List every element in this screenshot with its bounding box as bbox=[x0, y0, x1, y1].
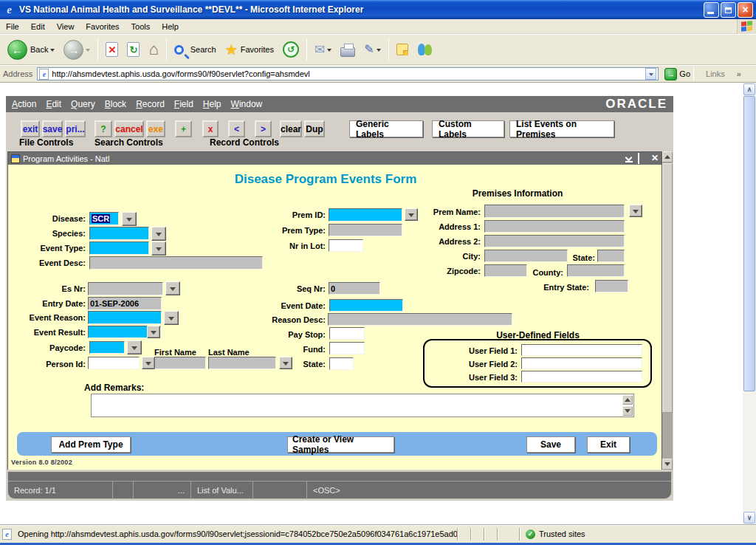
restore-button[interactable] bbox=[721, 2, 736, 18]
event-type-field[interactable] bbox=[89, 241, 149, 255]
oracle-menu-edit[interactable]: Edit bbox=[46, 99, 61, 109]
exit-button[interactable]: Exit bbox=[587, 436, 630, 453]
user-field1-input[interactable] bbox=[521, 344, 642, 356]
scroll-up-button[interactable]: ∧ bbox=[743, 83, 755, 95]
mail-button[interactable]: ✉ bbox=[312, 37, 334, 62]
close-button[interactable]: × bbox=[738, 2, 753, 18]
links-chevron-icon[interactable]: » bbox=[737, 69, 741, 78]
edit-dropdown-icon[interactable] bbox=[377, 49, 381, 54]
back-dropdown-icon[interactable] bbox=[50, 49, 55, 54]
applet-scrollbar-thumb[interactable] bbox=[662, 163, 673, 413]
duplicate-button[interactable]: Dup bbox=[304, 120, 325, 137]
mail-dropdown-icon[interactable] bbox=[327, 49, 331, 54]
person-id-dropdown-button[interactable] bbox=[142, 357, 155, 369]
seq-nr-field[interactable]: 0 bbox=[329, 282, 380, 295]
save-toolbar-button[interactable]: save bbox=[42, 120, 63, 137]
reason-desc-field[interactable] bbox=[328, 313, 512, 326]
state-field[interactable] bbox=[329, 357, 354, 370]
list-events-button[interactable]: List Events on Premises bbox=[509, 120, 614, 137]
delete-record-button[interactable]: x bbox=[202, 120, 219, 137]
city-field[interactable] bbox=[484, 250, 568, 262]
prem-name-dropdown-button[interactable] bbox=[629, 205, 642, 217]
mdi-close-icon[interactable]: ✕ bbox=[651, 154, 659, 162]
disease-dropdown-button[interactable] bbox=[122, 212, 137, 226]
cancel-query-button[interactable]: cancel bbox=[114, 120, 144, 137]
previous-record-button[interactable]: < bbox=[228, 120, 245, 137]
event-date-field[interactable] bbox=[329, 299, 403, 312]
next-record-button[interactable]: > bbox=[255, 120, 272, 137]
address2-field[interactable] bbox=[484, 235, 625, 247]
print-button[interactable] bbox=[338, 37, 357, 62]
event-desc-field[interactable] bbox=[89, 256, 263, 270]
oracle-menu-record[interactable]: Record bbox=[136, 99, 165, 109]
history-button[interactable]: ↺ bbox=[281, 37, 301, 62]
applet-scroll-down-button[interactable] bbox=[662, 459, 673, 470]
add-prem-type-button[interactable]: Add Prem Type bbox=[51, 436, 131, 453]
nr-in-lot-field[interactable] bbox=[329, 239, 363, 252]
event-reason-field[interactable] bbox=[88, 311, 162, 324]
premises-state-field[interactable] bbox=[597, 250, 625, 262]
county-field[interactable] bbox=[567, 264, 625, 277]
user-field3-input[interactable] bbox=[521, 371, 642, 383]
event-type-dropdown-button[interactable] bbox=[151, 241, 166, 256]
person-id-field[interactable] bbox=[88, 357, 140, 369]
oracle-menu-field[interactable]: Field bbox=[174, 99, 193, 109]
species-field[interactable] bbox=[89, 227, 149, 240]
scrollbar-thumb[interactable] bbox=[743, 96, 755, 391]
fund-field[interactable] bbox=[329, 342, 365, 354]
back-button[interactable]: ← Back bbox=[5, 37, 57, 62]
mdi-minimize-icon[interactable] bbox=[625, 154, 633, 162]
menu-file[interactable]: File bbox=[0, 21, 25, 32]
paycode-field[interactable] bbox=[89, 341, 125, 354]
browser-scrollbar[interactable]: ∧ ∨ bbox=[743, 83, 756, 524]
print-toolbar-button[interactable]: pri... bbox=[65, 120, 86, 137]
exit-toolbar-button[interactable]: exit bbox=[21, 120, 40, 137]
minimize-button[interactable] bbox=[704, 2, 719, 18]
refresh-button[interactable]: ↻ bbox=[125, 37, 142, 62]
user-field2-input[interactable] bbox=[521, 357, 642, 369]
create-view-samples-button[interactable]: Create or View Samples bbox=[287, 436, 394, 453]
insert-record-button[interactable]: + bbox=[175, 120, 192, 137]
mdi-restore-icon[interactable] bbox=[638, 153, 639, 164]
oracle-menu-action[interactable]: Action bbox=[12, 99, 36, 109]
notes-button[interactable] bbox=[394, 37, 410, 62]
clear-button[interactable]: clear bbox=[280, 120, 302, 137]
paycode-dropdown-button[interactable] bbox=[127, 340, 142, 354]
save-button[interactable]: Save bbox=[526, 436, 575, 453]
go-icon[interactable]: → bbox=[664, 68, 677, 80]
remarks-scroll-down-button[interactable] bbox=[622, 406, 633, 416]
custom-labels-button[interactable]: Custom Labels bbox=[432, 120, 504, 137]
messenger-button[interactable] bbox=[415, 37, 436, 62]
event-reason-dropdown-button[interactable] bbox=[164, 311, 179, 325]
address1-field[interactable] bbox=[484, 220, 625, 233]
first-name-field[interactable] bbox=[154, 357, 206, 369]
applet-scroll-up-button[interactable] bbox=[662, 151, 673, 162]
links-label[interactable]: Links bbox=[706, 69, 725, 78]
go-button[interactable]: Go bbox=[679, 69, 690, 78]
stop-button[interactable]: ✕ bbox=[103, 37, 120, 62]
entry-date-field[interactable]: 01-SEP-2006 bbox=[88, 297, 162, 310]
disease-field[interactable]: SCR bbox=[89, 212, 119, 225]
scroll-down-button[interactable]: ∨ bbox=[743, 512, 755, 524]
es-nr-dropdown-button[interactable] bbox=[165, 281, 180, 295]
favorites-button[interactable]: ★ Favorites bbox=[223, 37, 276, 62]
enter-query-button[interactable]: ? bbox=[94, 120, 112, 137]
menu-tools[interactable]: Tools bbox=[126, 21, 157, 32]
prem-id-field[interactable] bbox=[329, 208, 402, 222]
forward-button[interactable]: → bbox=[61, 37, 92, 62]
entry-state-field[interactable] bbox=[595, 280, 628, 292]
oracle-menu-window[interactable]: Window bbox=[231, 99, 263, 109]
event-result-dropdown-button[interactable] bbox=[147, 326, 160, 338]
address-input[interactable]: e http://ahsmdevtest.aphis.usda.gov/form… bbox=[37, 67, 659, 80]
menu-edit[interactable]: Edit bbox=[25, 21, 51, 32]
remarks-scroll-up-button[interactable] bbox=[622, 395, 633, 405]
search-button[interactable]: Search bbox=[172, 37, 219, 62]
species-dropdown-button[interactable] bbox=[151, 227, 166, 241]
pay-stop-field[interactable] bbox=[329, 327, 365, 340]
address-dropdown-button[interactable] bbox=[645, 68, 656, 80]
execute-query-button[interactable]: exe bbox=[146, 120, 165, 137]
add-remarks-textarea[interactable] bbox=[91, 394, 634, 417]
oracle-menu-query[interactable]: Query bbox=[71, 99, 95, 109]
oracle-menu-help[interactable]: Help bbox=[203, 99, 221, 109]
oracle-menu-block[interactable]: Block bbox=[105, 99, 126, 109]
